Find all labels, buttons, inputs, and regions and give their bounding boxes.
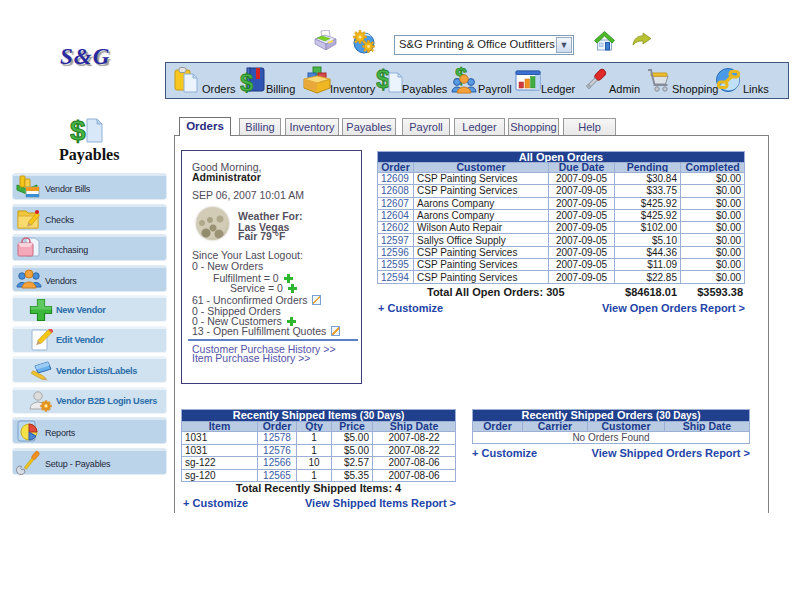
svg-text:$: $ <box>240 69 254 95</box>
svg-text:$: $ <box>70 115 86 146</box>
